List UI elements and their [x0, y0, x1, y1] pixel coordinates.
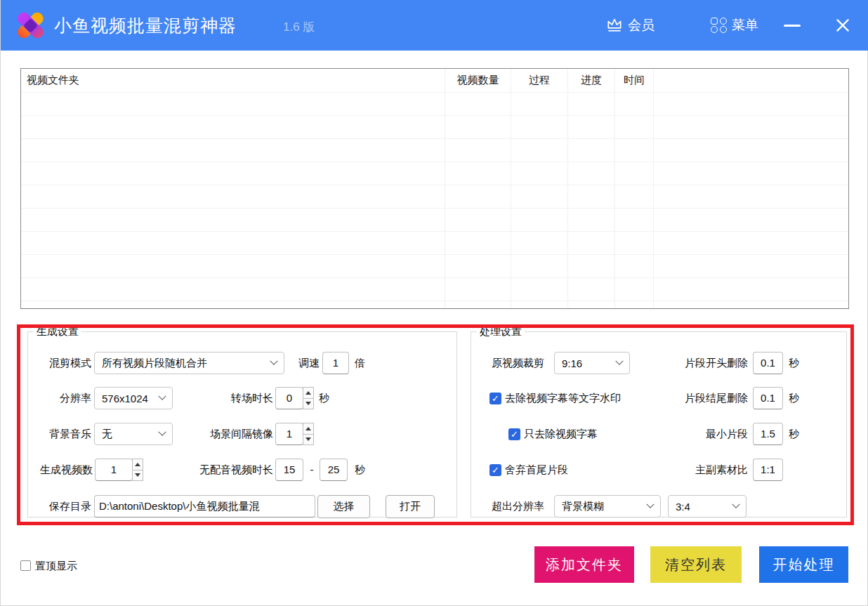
topmost-label[interactable]: 置顶显示: [35, 555, 77, 577]
member-button[interactable]: 会员: [605, 0, 655, 51]
app-logo-icon: [16, 11, 44, 40]
table-row[interactable]: [21, 255, 848, 278]
over-resolution-mode-dropdown[interactable]: 背景模糊: [554, 495, 661, 518]
table-row[interactable]: [21, 278, 848, 301]
open-dir-button[interactable]: 打开: [386, 495, 435, 518]
tail-trim-input[interactable]: 0.1: [753, 387, 783, 409]
scene-mirror-label: 场景间隔镜像: [197, 423, 273, 445]
topmost-checkbox[interactable]: [20, 560, 31, 571]
no-dub-duration-label: 无配音视频时长: [178, 459, 273, 481]
remove-watermark-label[interactable]: 去除视频字幕等文字水印: [505, 387, 621, 409]
speed-unit: 倍: [355, 352, 365, 374]
spin-down-icon[interactable]: [303, 434, 314, 446]
head-trim-input[interactable]: 0.1: [753, 352, 783, 374]
over-resolution-mode-value: 背景模糊: [562, 500, 604, 513]
minimize-button[interactable]: [782, 0, 803, 51]
over-resolution-ratio-dropdown[interactable]: 3:4: [668, 495, 747, 518]
choose-dir-button[interactable]: 选择: [317, 495, 370, 518]
remove-watermark-checkbox[interactable]: [489, 393, 501, 404]
resolution-value: 576x1024: [102, 393, 148, 404]
col-header-process[interactable]: 过程: [511, 69, 568, 93]
transition-input[interactable]: 0: [275, 387, 303, 409]
spin-up-icon[interactable]: [303, 423, 314, 435]
spin-up-icon[interactable]: [132, 459, 143, 470]
col-header-video-count[interactable]: 视频数量: [445, 69, 511, 93]
crop-label: 原视频裁剪: [471, 352, 544, 374]
close-icon: [834, 16, 852, 34]
video-folder-table[interactable]: 视频文件夹 视频数量 过程 进度 时间: [20, 68, 849, 309]
col-header-empty: [654, 69, 848, 93]
table-row[interactable]: [21, 93, 848, 116]
save-dir-input[interactable]: D:\antoni\Desktop\小鱼视频批量混: [94, 495, 315, 518]
min-segment-unit: 秒: [789, 423, 799, 445]
table-row[interactable]: [21, 162, 848, 185]
material-ratio-label: 主副素材比: [640, 459, 748, 481]
titlebar: 小鱼视频批量混剪神器 1.6 版 会员 菜单: [1, 0, 868, 51]
range-separator: -: [306, 459, 317, 481]
spin-down-icon[interactable]: [303, 398, 314, 410]
tail-trim-label: 片段结尾删除: [640, 387, 748, 409]
member-label: 会员: [628, 16, 655, 34]
app-version: 1.6 版: [283, 19, 315, 35]
bgm-label: 背景音乐: [28, 423, 91, 445]
head-trim-label: 片段开头删除: [640, 352, 748, 374]
menu-button[interactable]: 菜单: [711, 0, 758, 51]
bgm-dropdown[interactable]: 无: [94, 423, 173, 445]
table-row[interactable]: [21, 301, 848, 309]
table-row[interactable]: [21, 185, 848, 209]
material-ratio-input[interactable]: 1:1: [753, 459, 783, 481]
spin-down-icon[interactable]: [132, 470, 143, 482]
transition-unit: 秒: [319, 387, 329, 409]
discard-ends-label[interactable]: 舍弃首尾片段: [505, 459, 568, 481]
app-title: 小鱼视频批量混剪神器: [54, 14, 237, 37]
crop-value: 9:16: [562, 357, 582, 369]
bgm-value: 无: [102, 428, 112, 441]
mix-mode-label: 混剪模式: [28, 352, 91, 374]
crop-dropdown[interactable]: 9:16: [554, 352, 630, 374]
discard-ends-checkbox[interactable]: [489, 464, 501, 476]
col-header-progress[interactable]: 进度: [568, 69, 615, 93]
save-dir-label: 保存目录: [28, 495, 91, 518]
over-resolution-ratio-value: 3:4: [676, 501, 690, 513]
table-row[interactable]: [21, 116, 848, 139]
col-header-time[interactable]: 时间: [615, 69, 654, 93]
close-button[interactable]: [831, 0, 855, 51]
only-subtitle-label[interactable]: 只去除视频字幕: [524, 423, 598, 445]
start-processing-button[interactable]: 开始处理: [759, 546, 848, 583]
apps-grid-icon: [711, 17, 728, 34]
scene-mirror-stepper[interactable]: [303, 423, 314, 445]
chevron-down-icon: [615, 357, 623, 365]
no-dub-max-input[interactable]: 25: [320, 459, 348, 481]
mix-mode-dropdown[interactable]: 所有视频片段随机合并: [94, 352, 284, 374]
generation-settings-group: 生成设置 混剪模式 所有视频片段随机合并 调速 1 倍 分辨率 576x1024…: [27, 331, 457, 518]
speed-label: 调速: [293, 352, 320, 374]
add-folder-button[interactable]: 添加文件夹: [534, 546, 634, 583]
mix-mode-value: 所有视频片段随机合并: [102, 357, 207, 370]
crown-icon: [605, 16, 624, 34]
min-segment-input[interactable]: 1.5: [753, 423, 783, 445]
scene-mirror-input[interactable]: 1: [275, 423, 303, 445]
over-resolution-label: 超出分辨率: [471, 495, 544, 518]
video-count-input[interactable]: 1: [95, 459, 133, 481]
table-row[interactable]: [21, 232, 848, 255]
spin-up-icon[interactable]: [303, 387, 314, 399]
no-dub-min-input[interactable]: 15: [275, 459, 303, 481]
chevron-down-icon: [732, 501, 739, 508]
resolution-dropdown[interactable]: 576x1024: [94, 387, 173, 409]
chevron-down-icon: [158, 428, 166, 436]
transition-label: 转场时长: [197, 387, 273, 409]
only-subtitle-checkbox[interactable]: [508, 428, 520, 440]
video-count-label: 生成视频数: [28, 459, 93, 481]
table-row[interactable]: [21, 139, 848, 162]
speed-input[interactable]: 1: [322, 352, 349, 374]
transition-stepper[interactable]: [303, 387, 314, 409]
col-header-video-folder[interactable]: 视频文件夹: [21, 69, 445, 93]
table-row[interactable]: [21, 209, 848, 232]
table-header-row: 视频文件夹 视频数量 过程 进度 时间: [21, 69, 848, 93]
min-segment-label: 最小片段: [640, 423, 748, 445]
chevron-down-icon: [270, 357, 277, 365]
processing-settings-title: 处理设置: [477, 325, 525, 338]
video-count-stepper[interactable]: [132, 459, 143, 481]
menu-label: 菜单: [732, 16, 758, 34]
clear-list-button[interactable]: 清空列表: [650, 546, 742, 583]
